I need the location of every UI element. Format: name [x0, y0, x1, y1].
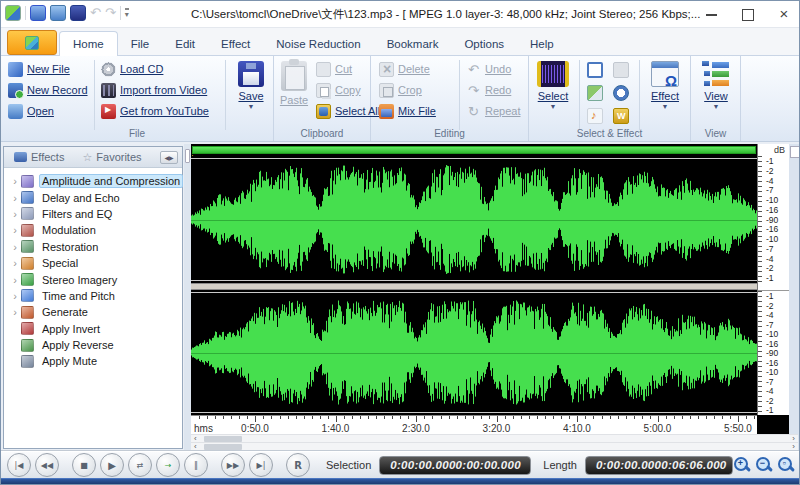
expand-chevron-icon[interactable]: ›: [9, 207, 21, 221]
expand-chevron-icon[interactable]: ›: [9, 305, 21, 319]
tab-noise-reduction[interactable]: Noise Reduction: [263, 31, 373, 56]
shuttle-button[interactable]: ⇄: [128, 453, 152, 477]
close-button[interactable]: ×: [777, 7, 791, 21]
tab-options[interactable]: Options: [451, 31, 517, 56]
skip-start-button[interactable]: |◀: [7, 453, 31, 477]
timeline-tick: [424, 416, 425, 419]
play-all-button[interactable]: →: [156, 453, 180, 477]
tab-edit[interactable]: Edit: [162, 31, 208, 56]
effect-button[interactable]: Effect ▼: [643, 59, 687, 137]
record-button[interactable]: R: [286, 453, 310, 477]
panel-collapse-button[interactable]: ◀▶: [160, 151, 178, 164]
tab-file[interactable]: File: [118, 31, 163, 56]
app-menu-button[interactable]: [7, 30, 57, 55]
timeline-ruler[interactable]: hms 0:50.01:40.02:30.03:20.04:10.05:00.0…: [191, 415, 789, 434]
save-button[interactable]: Save ▼: [229, 59, 273, 137]
overview-position-bar[interactable]: [192, 146, 756, 154]
pitch-effect-icon[interactable]: [587, 108, 603, 124]
paste-button[interactable]: Paste: [276, 59, 312, 137]
pan-effect-icon[interactable]: [587, 62, 603, 78]
timeline-tick: [344, 416, 345, 419]
tree-item-apply-reverse[interactable]: Apply Reverse: [4, 337, 182, 353]
timeline-tick: [505, 416, 506, 419]
open-icon[interactable]: [50, 5, 66, 21]
tree-item-special[interactable]: ›Special: [4, 255, 182, 271]
new-file-button[interactable]: New File: [8, 60, 88, 78]
tree-item-restoration[interactable]: ›Restoration: [4, 239, 182, 255]
pause-button[interactable]: ‖: [184, 453, 208, 477]
stop-button[interactable]: ■: [72, 453, 96, 477]
new-file-icon[interactable]: [30, 5, 46, 21]
expand-chevron-icon[interactable]: ›: [9, 223, 21, 237]
tree-item-filters-and-eq[interactable]: ›Filters and EQ: [4, 206, 182, 222]
timeline-tick: [465, 416, 466, 419]
mix-file-button[interactable]: Mix File: [379, 102, 436, 120]
open-button[interactable]: Open: [8, 102, 88, 120]
tree-item-apply-mute[interactable]: Apply Mute: [4, 353, 182, 369]
waveform-channel-left[interactable]: [191, 156, 757, 283]
tree-item-apply-invert[interactable]: Apply Invert: [4, 321, 182, 337]
watermark-effect-icon[interactable]: [613, 108, 629, 124]
load-cd-button[interactable]: Load CD: [101, 60, 209, 78]
scroll-left-icon[interactable]: ‹: [194, 443, 197, 451]
crop-button[interactable]: Crop: [379, 81, 436, 99]
expand-chevron-icon[interactable]: ›: [9, 174, 21, 188]
timeline-tick: [223, 416, 224, 419]
zoom-in-button[interactable]: +: [733, 456, 752, 475]
tab-favorites[interactable]: ☆ Favorites: [82, 151, 141, 164]
zoom-out-button[interactable]: −: [755, 456, 774, 475]
expand-chevron-icon[interactable]: ›: [9, 289, 21, 303]
qat-dropdown-icon[interactable]: ▾: [125, 8, 129, 19]
redo-button[interactable]: ↷Redo: [466, 81, 520, 99]
tab-help[interactable]: Help: [517, 31, 567, 56]
scrollbar-thumb[interactable]: [204, 444, 242, 450]
splitter-handle-icon[interactable]: [790, 146, 800, 158]
tree-item-time-and-pitch[interactable]: ›Time and Pitch: [4, 288, 182, 304]
tree-item-label: Restoration: [39, 240, 101, 254]
expand-chevron-icon[interactable]: ›: [9, 240, 21, 254]
tree-item-modulation[interactable]: ›Modulation: [4, 222, 182, 238]
tree-item-amplitude-and-compression[interactable]: ›Amplitude and Compression: [4, 173, 182, 189]
play-button[interactable]: ▶: [100, 453, 124, 477]
time-effect-icon[interactable]: [613, 85, 629, 101]
expand-chevron-icon[interactable]: ›: [9, 273, 21, 287]
tree-item-generate[interactable]: ›Generate: [4, 304, 182, 320]
expand-chevron-icon[interactable]: ›: [9, 191, 21, 205]
new-record-button[interactable]: New Record: [8, 81, 88, 99]
waveform-channel-right[interactable]: [191, 290, 757, 415]
zoom-selection-button[interactable]: ▫: [777, 456, 796, 475]
tab-bookmark[interactable]: Bookmark: [374, 31, 452, 56]
transport-bar: |◀◀◀■▶⇄→‖▶▶▶|R Selection 0:00:00.000 0:0…: [1, 451, 799, 478]
scroll-right-icon[interactable]: ›: [792, 443, 795, 451]
undo-icon[interactable]: ↶: [90, 5, 101, 21]
minimize-button[interactable]: [705, 7, 719, 21]
tree-item-delay-and-echo[interactable]: ›Delay and Echo: [4, 189, 182, 205]
save-icon[interactable]: [70, 5, 86, 21]
panel-splitter[interactable]: [184, 144, 191, 451]
get-from-youtube-button[interactable]: Get from YouTube: [101, 102, 209, 120]
horizontal-scrollbar-top[interactable]: ‹ ›: [191, 434, 798, 442]
fast-forward-button[interactable]: ▶▶: [221, 453, 245, 477]
undo-button[interactable]: ↶Undo: [466, 60, 520, 78]
splitter-handle-icon[interactable]: [185, 149, 190, 163]
panel-tab-bar: Effects ☆ Favorites ◀▶: [4, 147, 182, 168]
skip-end-button[interactable]: ▶|: [249, 453, 273, 477]
restoration-effect-icon[interactable]: [587, 85, 603, 101]
rewind-button[interactable]: ◀◀: [35, 453, 59, 477]
redo-icon[interactable]: ↷: [105, 5, 116, 21]
tab-effect[interactable]: Effect: [208, 31, 263, 56]
delete-button[interactable]: Delete: [379, 60, 436, 78]
tab-home[interactable]: Home: [59, 31, 118, 56]
tree-item-stereo-imagery[interactable]: ›Stereo Imagery: [4, 271, 182, 287]
timeline-tick: [754, 416, 755, 419]
view-button[interactable]: View ▼: [694, 59, 738, 137]
select-button[interactable]: Select ▼: [531, 59, 575, 137]
import-from-video-button[interactable]: Import from Video: [101, 81, 209, 99]
maximize-button[interactable]: [741, 7, 755, 21]
repeat-button[interactable]: ↻Repeat: [466, 102, 520, 120]
expand-chevron-icon[interactable]: ›: [9, 256, 21, 270]
horizontal-scrollbar-bottom[interactable]: ‹ ›: [191, 442, 798, 450]
tab-effects[interactable]: Effects: [14, 151, 64, 163]
db-tick-label: -16: [758, 359, 789, 367]
dropdown-arrow-icon: ▼: [550, 103, 557, 110]
